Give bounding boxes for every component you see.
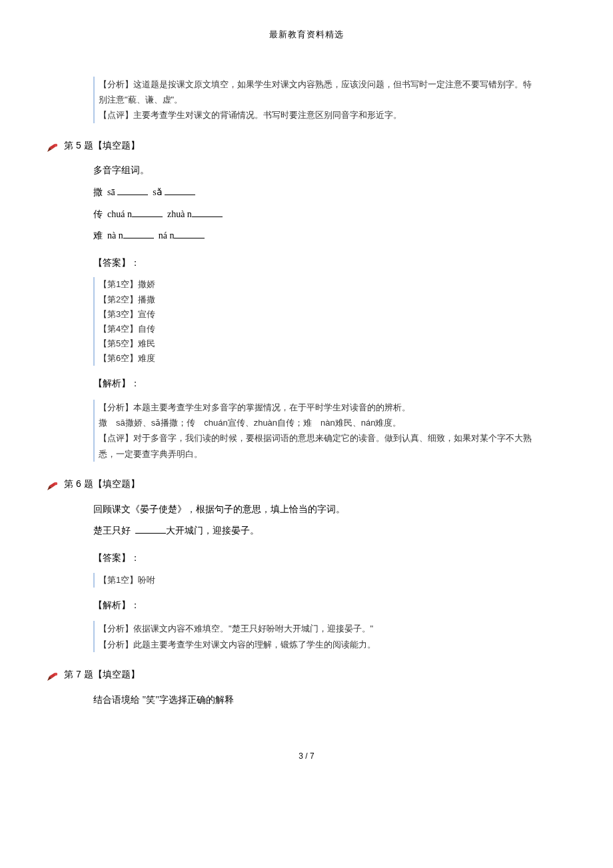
svg-point-8 — [55, 673, 57, 675]
answer-line: 【第1空】撒娇 — [99, 277, 540, 292]
question-label: 第 7 题【填空题】 — [64, 665, 140, 683]
analysis-line: 撒 sā撒娇、sǎ播撒；传 chuán宣传、zhuàn自传；难 nàn难民、ná… — [99, 415, 540, 430]
answer-line: 【第2空】播撒 — [99, 292, 540, 307]
pin-icon — [47, 669, 59, 679]
analysis-line: 【分析】这道题是按课文原文填空，如果学生对课文内容熟悉，应该没问题，但书写时一定… — [99, 77, 540, 108]
answer-line: 【第6空】难度 — [99, 351, 540, 366]
prev-analysis-block: 【分析】这道题是按课文原文填空，如果学生对课文内容熟悉，应该没问题，但书写时一定… — [93, 77, 540, 123]
q5-intro: 多音字组词。 — [93, 162, 540, 180]
answer-line: 【第5空】难民 — [99, 336, 540, 351]
question-label: 第 6 题【填空题】 — [64, 475, 140, 493]
question-7-heading: 第 7 题【填空题】 — [47, 665, 540, 683]
answer-line: 【第1空】吩咐 — [99, 573, 540, 588]
answer-line: 【第3空】宣传 — [99, 307, 540, 322]
question-5-heading: 第 5 题【填空题】 — [47, 137, 540, 155]
q6-intro: 回顾课文《晏子使楚》，根据句子的意思，填上恰当的字词。 — [93, 501, 540, 519]
pin-icon — [47, 479, 59, 488]
analysis-line: 【点评】对于多音字，我们读的时候，要根据词语的意思来确定它的读音。做到认真、细致… — [99, 430, 540, 462]
q7-intro: 结合语境给 "笑"字选择正确的解释 — [93, 691, 540, 709]
pin-icon — [47, 141, 59, 150]
q5-jiexi-block: 【分析】本题主要考查学生对多音字的掌握情况，在于平时学生对读音的的辨析。 撒 s… — [93, 400, 540, 462]
page-header: 最新教育资料精选 — [73, 27, 540, 43]
svg-point-5 — [55, 482, 57, 485]
q5-line-chuan: 传 chuá n zhuà n — [93, 206, 540, 224]
q5-jiexi-label: 【解析】： — [93, 375, 540, 393]
q6-jiexi-label: 【解析】： — [93, 597, 540, 615]
question-6-heading: 第 6 题【填空题】 — [47, 475, 540, 493]
q5-line-nan: 难 nà n ná n — [93, 227, 540, 245]
q6-sentence: 楚王只好 大开城门，迎接晏子。 — [93, 522, 540, 540]
svg-point-2 — [55, 144, 57, 147]
answer-line: 【第4空】自传 — [99, 322, 540, 336]
q5-line-sa: 撒 sā sǎ — [93, 184, 540, 202]
analysis-line: 【分析】依据课文内容不难填空。"楚王只好吩咐大开城门，迎接晏子。" — [99, 621, 540, 636]
analysis-line: 【点评】主要考查学生对课文的背诵情况。书写时要注意区别同音字和形近字。 — [99, 107, 540, 123]
q5-answer-block: 【第1空】撒娇 【第2空】播撒 【第3空】宣传 【第4空】自传 【第5空】难民 … — [93, 277, 540, 366]
analysis-line: 【分析】此题主要考查学生对课文内容的理解，锻炼了学生的阅读能力。 — [99, 637, 540, 652]
analysis-line: 【分析】本题主要考查学生对多音字的掌握情况，在于平时学生对读音的的辨析。 — [99, 400, 540, 415]
page-footer: 3 / 7 — [73, 749, 540, 764]
q6-jiexi-block: 【分析】依据课文内容不难填空。"楚王只好吩咐大开城门，迎接晏子。" 【分析】此题… — [93, 621, 540, 652]
q6-answer-block: 【第1空】吩咐 — [93, 573, 540, 588]
q5-answer-label: 【答案】： — [93, 254, 540, 272]
question-label: 第 5 题【填空题】 — [64, 137, 140, 155]
q6-answer-label: 【答案】： — [93, 550, 540, 568]
